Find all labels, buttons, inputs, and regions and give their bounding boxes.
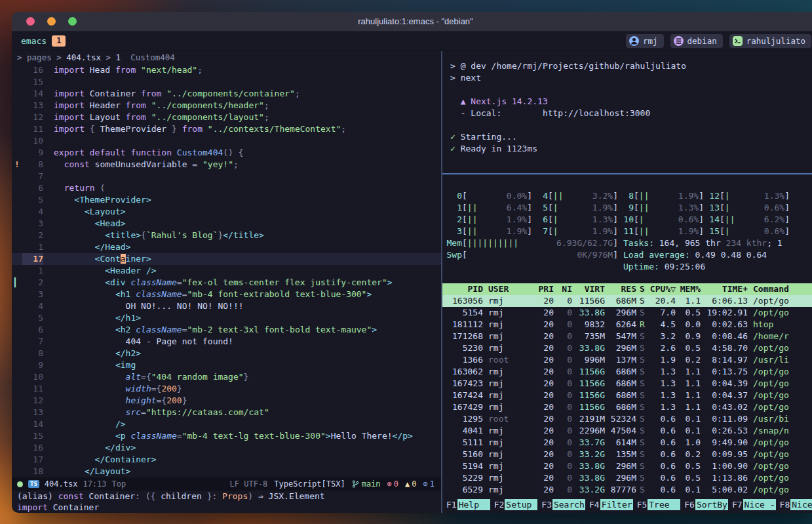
column-header-res[interactable]: RES <box>605 283 636 295</box>
process-row[interactable]: 5229rmj20033.8G296MS0.60.51:13.86/opt/go <box>446 472 812 484</box>
column-header-s[interactable]: S <box>636 283 648 295</box>
process-row[interactable]: 181112rmj20098326264R4.50.00:02.63htop <box>446 319 812 331</box>
column-header-user[interactable]: USER <box>483 283 533 295</box>
fkey-f2[interactable]: F2Setup <box>490 499 538 510</box>
code-line[interactable]: 15 <box>12 76 441 88</box>
code-line[interactable]: 13import Header from "../components/head… <box>12 100 441 111</box>
process-row[interactable]: 4041rmj2002296M47504S0.60.10:26.53/snap/… <box>446 425 812 437</box>
process-row[interactable]: 171268rmj200735M547MS3.20.90:08.46/home/… <box>446 331 812 342</box>
emacs-pane[interactable]: > pages > 404.tsx > 1 Custom404 16import… <box>12 51 441 513</box>
code-line[interactable]: ▎2 <div className="fex-ol tems-center fl… <box>12 277 441 289</box>
process-row[interactable]: 167429rmj2001156G686MS1.31.10:43.02/opt/… <box>446 401 812 413</box>
htop-pane[interactable]: 0[0.0%]4[||3.2%]8[||1.9%]12[|1.3%]1[||6.… <box>442 174 812 513</box>
process-row[interactable]: 5194rmj20033.8G296MS0.60.51:00.90/opt/go <box>446 460 812 472</box>
token: </Head> <box>54 242 130 252</box>
code-line[interactable]: 7 <box>12 171 441 182</box>
cell-mem: 1.1 <box>676 295 701 307</box>
column-header-time[interactable]: TIME+ <box>701 283 748 295</box>
code-line[interactable]: 1 <Header /> <box>12 265 441 277</box>
code-area[interactable]: 16import Head from "next/head"; 15 14imp… <box>12 64 441 477</box>
code-line[interactable]: 2 <title>{`Rahul's Blog`}</title> <box>12 230 441 241</box>
process-row[interactable]: 167424rmj2001156G686MS1.31.10:04.37/opt/… <box>446 390 812 401</box>
column-header-pri[interactable]: PRI <box>533 283 554 295</box>
code-line[interactable]: 18 </Layout> <box>12 466 441 477</box>
token: </h2> <box>54 348 141 358</box>
process-row[interactable]: 5154rmj20033.8G296MS7.00.519:02.91/opt/g… <box>446 307 812 319</box>
code-line[interactable]: 4 <Layout> <box>12 206 441 218</box>
cell-cpu: 0.6 <box>648 472 676 484</box>
cell-pid: 4041 <box>446 425 483 437</box>
code-line[interactable]: 11import { ThemeProvider } from "../cont… <box>12 123 441 135</box>
code-line[interactable]: 4 OH NO!... NO! NO! NO!!! <box>12 300 441 312</box>
fkey-f8[interactable]: F8Nice + <box>776 499 812 510</box>
window-content: > pages > 404.tsx > 1 Custom404 16import… <box>12 51 812 513</box>
cell-ni: 0 <box>554 319 572 331</box>
code-text: <img <box>43 359 136 371</box>
column-header-cmd[interactable]: Command <box>748 283 812 295</box>
fkey-f1[interactable]: F1Help <box>442 499 490 510</box>
column-header-cpu[interactable]: CPU%▽ <box>648 283 676 295</box>
fkey-f7[interactable]: F7Nice - <box>728 499 776 510</box>
code-line[interactable]: 13 src="https://cataas.com/cat" <box>12 407 441 418</box>
code-line[interactable]: 5 <ThemeProvider> <box>12 194 441 206</box>
process-row[interactable]: 163062rmj2001156G686MS1.31.10:13.75/opt/… <box>446 366 812 378</box>
tmux-window-list: emacs 1 <box>21 35 66 47</box>
fkey-f4[interactable]: F4Filter <box>585 499 633 510</box>
code-line[interactable]: 3 <h1 className="mb-4 font-extrabold tex… <box>12 289 441 300</box>
tmux-window-name[interactable]: emacs <box>21 36 47 46</box>
process-row-selected[interactable]: 163056rmj2001156G686MS20.41.16:06.13/opt… <box>442 295 812 307</box>
modeline-major-mode[interactable]: TypeScript[TSX] <box>274 479 345 489</box>
fkey-f5[interactable]: F5Tree <box>633 499 681 510</box>
terminal-pane[interactable]: > @ dev /home/rmj/Projects/github/rahulj… <box>442 51 812 173</box>
code-line[interactable]: 10 <box>12 135 441 147</box>
fkey-label: Nice + <box>790 499 812 510</box>
cell-mem: 0.1 <box>676 484 701 496</box>
code-line[interactable]: 12import Layout from "../components/layo… <box>12 111 441 123</box>
process-row[interactable]: 1295root2002191M52324S0.60.10:11.09/usr/… <box>446 413 812 425</box>
code-line[interactable]: 5 </h1> <box>12 312 441 324</box>
process-row[interactable]: 5111rmj20033.7G614MS0.61.09:49.90/opt/go <box>446 437 812 449</box>
code-line[interactable]: 17 </Container> <box>12 454 441 466</box>
code-line[interactable]: 14import Container from "../components/c… <box>12 88 441 100</box>
process-row[interactable]: 6529rmj20033.2G87776S0.60.15:00.02/opt/g… <box>446 484 812 496</box>
code-line[interactable]: 16import Head from "next/head"; <box>12 64 441 76</box>
column-header-pid[interactable]: PID <box>446 283 483 295</box>
code-line[interactable]: 14 /> <box>12 418 441 430</box>
token: 09:25:06 <box>665 262 706 272</box>
cell-pri: 20 <box>533 366 554 378</box>
code-line[interactable]: 10 alt={"404 random image"} <box>12 371 441 383</box>
code-line[interactable]: 9 <img <box>12 359 441 371</box>
column-header-ni[interactable]: NI <box>554 283 572 295</box>
code-line-current[interactable]: 17 <Container> <box>12 253 441 265</box>
code-text: alt={"404 random image"} <box>43 371 248 383</box>
git-branch-indicator[interactable]: main <box>352 479 381 489</box>
process-row[interactable]: 167423rmj2001156G686MS1.31.10:04.39/opt/… <box>446 378 812 390</box>
process-row[interactable]: 5160rmj20033.2G135MS0.60.20:09.95/opt/go <box>446 449 812 460</box>
maximize-button[interactable] <box>68 17 77 26</box>
process-row[interactable]: 1366root200996M137MS1.90.28:14.97/usr/li <box>446 354 812 366</box>
process-row[interactable]: 5230rmj20033.8G296MS2.60.54:58.70/opt/go <box>446 342 812 354</box>
code-line[interactable]: 15 <p className="mb-4 text-lg text-blue-… <box>12 430 441 442</box>
code-line[interactable]: 8 </h2> <box>12 348 441 359</box>
tmux-window-index[interactable]: 1 <box>52 35 66 47</box>
code-line[interactable]: 1 </Head> <box>12 241 441 253</box>
code-line[interactable]: 16 </div> <box>12 442 441 454</box>
code-line[interactable]: 7 404 - Page not found! <box>12 336 441 348</box>
cell-pri: 20 <box>533 484 554 496</box>
window-titlebar[interactable]: rahuljuliato:1:emacs - "debian" <box>12 12 812 31</box>
close-button[interactable] <box>26 17 35 26</box>
fkey-f6[interactable]: F6SortBy <box>680 499 728 510</box>
terminal-line: ✓ Starting... <box>450 131 812 143</box>
code-line[interactable]: 6 return ( <box>12 182 441 194</box>
column-header-virt[interactable]: VIRT <box>572 283 605 295</box>
code-line[interactable]: 9export default function Custom404() { <box>12 147 441 159</box>
code-line[interactable]: 3 <Head> <box>12 218 441 230</box>
code-line[interactable]: 12 height={200} <box>12 395 441 407</box>
fkey-f3[interactable]: F3Search <box>537 499 585 510</box>
code-line[interactable]: !8 const someUnusedVariable = "yey!"; <box>12 159 441 171</box>
column-header-mem[interactable]: MEM% <box>676 283 701 295</box>
token: ={ <box>151 384 162 393</box>
code-line[interactable]: 11 width={200} <box>12 383 441 395</box>
code-line[interactable]: 6 <h2 className="mb-2 text-3xl font-bold… <box>12 324 441 336</box>
minimize-button[interactable] <box>47 17 56 26</box>
